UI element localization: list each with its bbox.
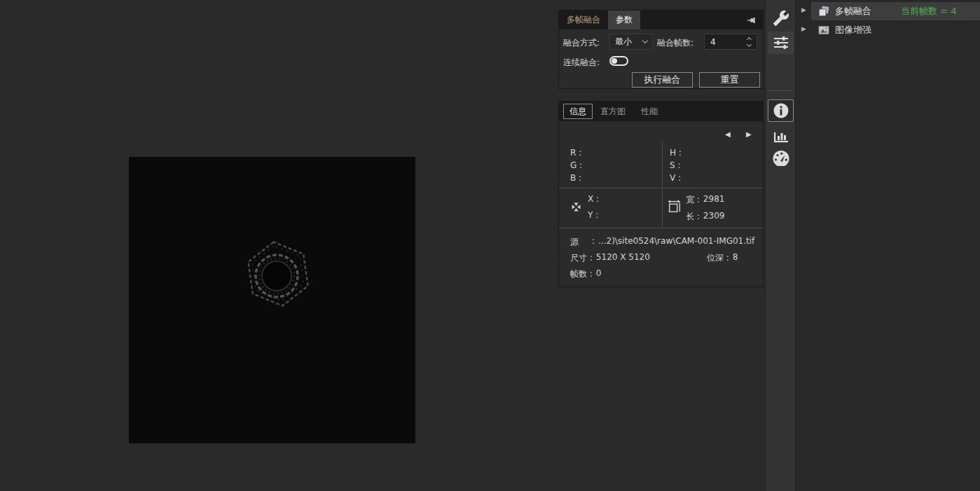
current-frame-count-badge: 当前帧数 = 4: [901, 5, 956, 18]
row-divider: [559, 188, 763, 188]
fusion-mode-value: 最小: [615, 36, 632, 48]
fusion-panel-tabbar: 多帧融合 参数: [559, 11, 763, 29]
continuous-fusion-label: 连续融合:: [563, 57, 600, 69]
pipeline-tree-panel: ▶ 多帧融合 当前帧数 = 4 ▶: [796, 0, 980, 491]
fusion-frames-input[interactable]: 4: [704, 34, 757, 50]
sliders-icon[interactable]: [768, 32, 794, 54]
x-label: X :: [588, 194, 599, 204]
histogram-icon[interactable]: [768, 124, 794, 146]
bit-depth-label: 位深 :: [707, 252, 729, 264]
frame-count-label: 帧数 :: [570, 268, 593, 280]
crosshair-icon: [570, 200, 583, 216]
source-path: ...2)\site0524\raw\CAM-001-IMG01.tif: [598, 236, 754, 248]
reset-button[interactable]: 重置: [699, 72, 760, 88]
gauge-icon[interactable]: [768, 147, 794, 170]
info-panel: 信息 直方图 性能 ◀ ▶ R : G : B : H : S : V : X …: [558, 101, 764, 287]
tab-histogram[interactable]: 直方图: [593, 102, 633, 121]
bit-depth-value: 8: [733, 252, 738, 264]
v-label: V :: [670, 173, 681, 183]
execute-fusion-button[interactable]: 执行融合: [632, 72, 693, 88]
h-label: H :: [670, 148, 682, 158]
layers-icon: [817, 5, 830, 18]
tool-sidebar: [765, 0, 796, 491]
pin-icon[interactable]: [746, 15, 757, 29]
chevron-right-icon[interactable]: ▶: [801, 25, 806, 32]
source-label: 源: [570, 236, 579, 248]
tab-info[interactable]: 信息: [563, 104, 593, 119]
row-divider: [559, 228, 763, 228]
image-viewport[interactable]: [129, 157, 415, 443]
prev-arrow-icon[interactable]: ◀: [725, 130, 731, 139]
info-panel-tabbar: 信息 直方图 性能: [559, 102, 763, 121]
continuous-fusion-toggle[interactable]: [609, 56, 628, 66]
fusion-mode-dropdown[interactable]: 最小: [609, 34, 653, 50]
tab-multi-frame-fusion[interactable]: 多帧融合: [559, 11, 608, 29]
tree-item-multi-frame-fusion[interactable]: 多帧融合 当前帧数 = 4: [811, 2, 980, 20]
b-label: B :: [570, 173, 581, 183]
hex-nut-image: [129, 157, 415, 443]
app-window: 多帧融合 参数 融合方式: 最小 融合帧数: 4 连续融合:: [0, 0, 980, 491]
image-size-value: 5120 X 5120: [596, 252, 650, 264]
toggle-knob: [612, 58, 617, 64]
s-label: S :: [670, 160, 680, 170]
width-value: 2981: [703, 194, 725, 206]
next-arrow-icon[interactable]: ▶: [746, 130, 752, 139]
tree-item-image-enhance[interactable]: 图像增强: [811, 21, 980, 39]
chevron-right-icon[interactable]: ▶: [801, 6, 806, 13]
tree-item-label: 图像增强: [835, 24, 871, 36]
tab-parameters[interactable]: 参数: [608, 11, 640, 29]
tree-row-multi-frame-fusion[interactable]: ▶ 多帧融合 当前帧数 = 4: [796, 2, 980, 20]
frame-count-value: 0: [596, 268, 602, 280]
tree-row-image-enhance[interactable]: ▶ 图像增强: [796, 21, 980, 39]
g-label: G :: [570, 160, 582, 170]
fusion-mode-label: 融合方式:: [563, 37, 600, 49]
source-colon: :: [592, 236, 595, 248]
fusion-frames-value: 4: [705, 37, 744, 47]
tab-performance[interactable]: 性能: [633, 102, 665, 121]
height-value: 2309: [703, 211, 725, 223]
tree-item-label: 多帧融合: [835, 5, 871, 18]
sidebar-divider: [768, 90, 794, 91]
wrench-icon[interactable]: [768, 7, 794, 29]
dimensions-icon: [667, 198, 682, 218]
image-icon: [817, 24, 830, 36]
chevron-down-icon: [642, 38, 648, 43]
fusion-param-panel: 多帧融合 参数 融合方式: 最小 融合帧数: 4 连续融合:: [558, 10, 764, 89]
y-label: Y :: [588, 210, 598, 220]
height-label: 长 :: [686, 211, 700, 223]
spinner-down-icon[interactable]: [746, 41, 751, 46]
image-size-label: 尺寸 :: [570, 252, 593, 264]
fusion-frames-label: 融合帧数:: [657, 37, 693, 49]
width-label: 宽 :: [686, 194, 700, 206]
info-icon[interactable]: [768, 99, 794, 122]
r-label: R :: [570, 148, 581, 158]
column-divider: [662, 141, 663, 228]
